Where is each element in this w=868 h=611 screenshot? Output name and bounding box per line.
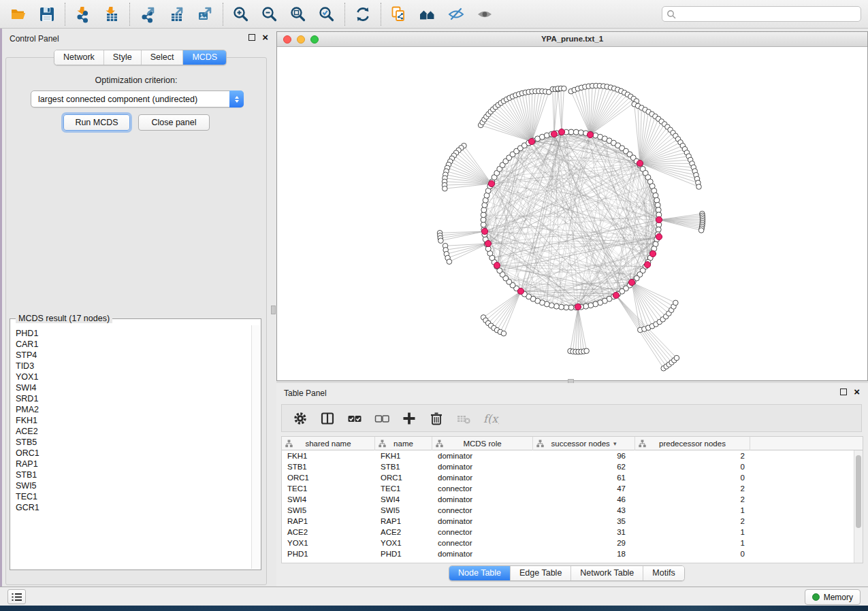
- network-leaf-node[interactable]: [696, 184, 702, 190]
- network-hub-node[interactable]: [575, 303, 581, 310]
- network-canvas[interactable]: [277, 47, 867, 380]
- network-hub-node[interactable]: [517, 288, 524, 294]
- mcds-result-item[interactable]: CAR1: [16, 339, 251, 350]
- deselect-all-button[interactable]: [370, 407, 393, 430]
- table-row[interactable]: PHD1PHD1dominator180: [282, 548, 863, 559]
- table-row[interactable]: ACE2ACE2connector311: [282, 527, 863, 538]
- show-all-button[interactable]: [470, 2, 499, 27]
- mcds-result-item[interactable]: SRD1: [16, 393, 251, 404]
- mcds-result-item[interactable]: SWI4: [16, 382, 251, 393]
- network-leaf-node[interactable]: [584, 348, 590, 354]
- table-row[interactable]: SWI4SWI4dominator462: [282, 494, 863, 505]
- mcds-result-item[interactable]: TID3: [16, 361, 251, 371]
- tab-edge-table[interactable]: Edge Table: [511, 566, 571, 580]
- mcds-result-item[interactable]: SWI5: [16, 480, 251, 491]
- mcds-result-scrollbar[interactable]: [251, 325, 260, 569]
- open-file-button[interactable]: [4, 2, 33, 27]
- first-neighbors-button[interactable]: [413, 2, 442, 27]
- network-leaf-node[interactable]: [447, 259, 452, 265]
- network-hub-node[interactable]: [587, 131, 593, 137]
- column-header-shared-name[interactable]: shared name: [282, 437, 375, 450]
- network-leaf-node[interactable]: [438, 238, 444, 244]
- export-image-button[interactable]: [191, 2, 219, 27]
- mcds-result-item[interactable]: STB5: [16, 437, 251, 448]
- column-header-predecessor-nodes[interactable]: predecessor nodes: [635, 437, 750, 450]
- network-hub-node[interactable]: [637, 160, 643, 166]
- network-node[interactable]: [482, 202, 487, 208]
- zoom-out-button[interactable]: [255, 2, 284, 27]
- mcds-result-item[interactable]: PHD1: [16, 328, 251, 339]
- show-panels-button[interactable]: [7, 589, 26, 604]
- search-input[interactable]: [676, 9, 856, 20]
- tab-motifs[interactable]: Motifs: [643, 566, 684, 580]
- search-box[interactable]: [662, 6, 861, 22]
- network-hub-node[interactable]: [613, 292, 619, 298]
- tab-network-table[interactable]: Network Table: [571, 566, 643, 580]
- import-network-button[interactable]: [69, 2, 97, 27]
- close-panel-button[interactable]: Close panel: [138, 114, 210, 131]
- network-hub-node[interactable]: [656, 233, 662, 240]
- export-network-button[interactable]: [133, 2, 162, 27]
- mcds-result-item[interactable]: RAP1: [16, 459, 251, 469]
- network-node[interactable]: [553, 303, 559, 309]
- network-hub-node[interactable]: [551, 131, 557, 137]
- table-scrollbar[interactable]: [854, 450, 863, 563]
- table-row[interactable]: YOX1YOX1connector291: [282, 538, 863, 548]
- tab-network[interactable]: Network: [54, 50, 104, 65]
- network-leaf-node[interactable]: [501, 331, 507, 336]
- zoom-fit-button[interactable]: [284, 2, 312, 27]
- float-panel-icon[interactable]: [248, 34, 255, 41]
- network-leaf-node[interactable]: [674, 355, 679, 361]
- network-hub-node[interactable]: [656, 216, 662, 222]
- column-header-name[interactable]: name: [375, 437, 432, 450]
- mcds-result-item[interactable]: STP4: [16, 350, 251, 361]
- network-hub-node[interactable]: [644, 261, 650, 267]
- network-hub-node[interactable]: [628, 279, 634, 285]
- network-hub-node[interactable]: [485, 240, 491, 246]
- hide-selected-button[interactable]: [442, 2, 470, 27]
- close-table-panel-icon[interactable]: ×: [854, 389, 860, 395]
- network-leaf-node[interactable]: [673, 300, 679, 306]
- column-header-successor-nodes[interactable]: successor nodes▾: [533, 437, 635, 450]
- mcds-result-item[interactable]: STB1: [16, 469, 251, 480]
- network-leaf-node[interactable]: [562, 86, 567, 91]
- network-hub-node[interactable]: [528, 138, 534, 144]
- close-panel-icon[interactable]: ×: [262, 34, 268, 41]
- network-window-titlebar[interactable]: YPA_prune.txt_1: [277, 32, 867, 47]
- network-hub-node[interactable]: [481, 228, 487, 234]
- optimization-criterion-dropdown[interactable]: largest connected component (undirected): [31, 90, 244, 108]
- mcds-result-item[interactable]: YOX1: [16, 371, 251, 382]
- mcds-result-item[interactable]: FKH1: [16, 415, 251, 426]
- table-row[interactable]: TEC1TEC1connector472: [282, 483, 863, 494]
- delete-row-button[interactable]: [425, 407, 448, 430]
- network-hub-node[interactable]: [558, 129, 564, 135]
- network-node[interactable]: [654, 197, 660, 203]
- mcds-result-item[interactable]: GCR1: [16, 502, 251, 513]
- select-all-button[interactable]: [343, 407, 366, 430]
- zoom-in-button[interactable]: [227, 2, 255, 27]
- tab-style[interactable]: Style: [104, 50, 142, 65]
- tab-node-table[interactable]: Node Table: [449, 566, 511, 580]
- table-scrollbar-thumb[interactable]: [856, 455, 861, 528]
- network-hub-node[interactable]: [649, 250, 656, 257]
- network-node[interactable]: [588, 303, 594, 308]
- function-builder-button[interactable]: f(x): [479, 407, 502, 430]
- mcds-result-item[interactable]: PMA2: [16, 404, 251, 415]
- vertical-splitter-grip[interactable]: [271, 306, 276, 314]
- copy-network-button[interactable]: [385, 2, 413, 27]
- delete-table-button[interactable]: [452, 407, 475, 430]
- column-layout-button[interactable]: [316, 407, 339, 430]
- table-row[interactable]: FKH1FKH1dominator962: [282, 450, 863, 461]
- network-leaf-node[interactable]: [443, 186, 448, 191]
- export-table-button[interactable]: [162, 2, 191, 27]
- table-options-gear-button[interactable]: [289, 407, 312, 430]
- table-row[interactable]: RAP1RAP1dominator352: [282, 516, 863, 527]
- mcds-result-item[interactable]: ACE2: [16, 426, 251, 437]
- float-table-panel-icon[interactable]: [840, 389, 847, 395]
- mcds-result-list[interactable]: PHD1CAR1STP4TID3YOX1SWI4SRD1PMA2FKH1ACE2…: [11, 325, 251, 569]
- mcds-result-item[interactable]: TEC1: [16, 491, 251, 502]
- zoom-selected-button[interactable]: [312, 2, 341, 27]
- network-leaf-node[interactable]: [698, 228, 704, 233]
- tab-select[interactable]: Select: [142, 50, 184, 65]
- network-hub-node[interactable]: [488, 180, 494, 186]
